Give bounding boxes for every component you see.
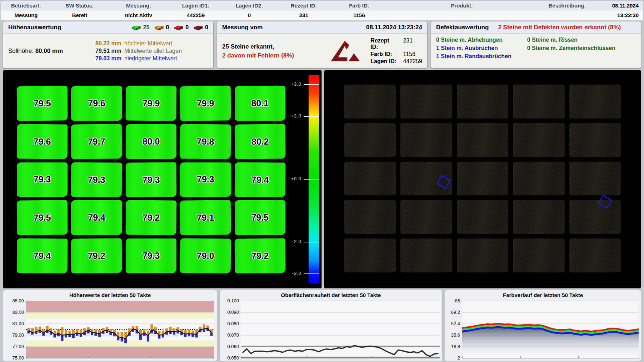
stone-height-tile: 79.1 [180,200,231,235]
brick-count-item: 0 [194,24,208,31]
chart-oberflaechenrauheit-title: Oberflächenrauheit der letzten 50 Takte [220,290,442,299]
stone-photo-tile [344,85,396,119]
stat-avg-row: 79.51 mm Mittelwerte aller Lagen [89,48,208,54]
stones-with-errors-text: 2 davon mit Fehlern (8%) [222,51,325,60]
stone-count-summary: 25 Steine erkannt, 2 davon mit Fehlern (… [222,42,325,60]
svg-text:0.050: 0.050 [227,355,239,361]
svg-text:81.00: 81.00 [12,321,24,326]
stone-height-tile: 80.0 [126,124,176,159]
trend-charts-row: Höhenwerte der letzten 50 Takte 85.0083.… [3,290,641,361]
messung-panel-header: Messung vom 08.11.2024 13:23:24 [217,21,427,34]
stone-height-tile: 79.7 [71,124,122,159]
brick-count-item: 0 [154,24,169,31]
stone-photo-tile [569,200,621,234]
svg-text:69.2: 69.2 [451,310,460,315]
defekt-panel-body: 0 Steine m. Abhebungen1 Stein m. Ausbrüc… [431,34,641,68]
defekt-panel-title: Defektauswertung [436,24,489,31]
brick-icon [154,25,164,31]
panel-hoehenauswertung: Höhenauswertung 25000 Sollhöhe: 80.00 mm… [3,21,214,69]
brick-count: 0 [166,24,169,31]
defekt-item: 0 Steine m. Zementeinschlüssen [527,45,615,51]
topbar-label: Lagen ID2: [223,2,276,9]
defekt-item: 1 Stein m. Randausbrüchen [436,53,511,60]
stone-height-tile: 80.1 [235,86,285,121]
sollhoehe-label: Sollhöhe: [8,47,34,55]
stone-photo-tile [344,238,396,272]
brick-icon [174,25,184,31]
stone-photo-tile [400,85,452,119]
stone-height-tile: 79.2 [71,238,122,273]
stone-photo-tile [513,85,564,119]
stones-detected-text: 25 Steine erkannt, [222,42,325,51]
stone-height-tile: 79.2 [125,200,176,235]
svg-text:0.080: 0.080 [227,321,239,326]
stone-photo-tile [457,200,508,234]
camera-photo-view [324,70,641,288]
stone-photo-tile [513,238,564,272]
height-map-stone-grid: 79.579.679.979.980.179.679.780.079.880.2… [17,86,285,273]
camera-stone-grid [344,85,621,272]
svg-text:52.4: 52.4 [451,321,460,326]
top-info-bar: Betriebsart:SW Status:Messung:Lagen ID1:… [1,1,643,20]
svg-text:35.6: 35.6 [451,332,460,338]
svg-text:0.070: 0.070 [227,332,239,338]
stone-height-tile: 79.5 [235,200,285,235]
stat-min-row: 79.03 mm niedrigster Mittelwert [89,55,208,62]
chart-hoehenwerte-title: Höhenwerte der letzten 50 Takte [3,290,217,299]
defekt-list-left: 0 Steine m. Abhebungen1 Stein m. Ausbrüc… [436,37,511,66]
topbar-label: Betriebsart: [1,2,51,9]
farb-id-label: Farb ID: [370,51,398,57]
topbar-label: Lagen ID1: [169,2,223,9]
top-info-values-row: MessungBereitnicht Aktiv4422590231115613… [1,10,643,20]
svg-text:0.100: 0.100 [227,299,239,303]
hoehe-panel-header: Höhenauswertung 25000 [3,21,213,34]
stone-photo-tile [569,238,621,272]
color-scale-tick-label: +2.0 [291,113,301,119]
messung-timestamp: 08.11.2024 13:23:24 [366,24,422,31]
svg-text:79.00: 79.00 [12,332,24,338]
chart-farbverlauf: Farbverlauf der letzten 50 Takte 8669.25… [445,290,641,361]
stone-photo-tile [569,123,621,157]
stone-height-tile: 79.6 [17,124,68,159]
svg-text:77.00: 77.00 [12,344,24,349]
defekt-item: 1 Stein m. Ausbrüchen [436,45,511,51]
stone-height-tile: 79.3 [71,162,122,197]
defekt-item: 0 Steine m. Rissen [527,37,615,43]
stone-height-tile: 79.3 [126,238,176,273]
stat-min-label: niedrigster Mittelwert [124,55,177,62]
measurement-ids: Rezept ID: 231 Farb ID: 1156 Lagen ID: 4… [370,37,422,65]
stone-photo-tile [457,123,508,157]
sollhoehe: Sollhöhe: 80.00 mm [8,36,89,66]
stone-height-tile: 79.9 [180,86,231,121]
stone-photo-tile [457,238,508,272]
vendor-logo [325,39,364,63]
defekt-summary: 2 Steine mit Defekten wurden erkannt (8%… [498,24,621,31]
svg-text:2: 2 [458,355,460,361]
stone-photo-tile [344,200,396,234]
height-statistics: 80.22 mm höchster Mittelwert 79.51 mm Mi… [89,36,208,66]
chart-farbverlauf-title: Farbverlauf der letzten 50 Takte [445,290,641,299]
chart-hoehenwerte-plot: 85.0083.0081.0079.0077.0075.00 [3,299,217,361]
stone-height-tile: 79.5 [17,86,68,121]
stone-height-tile: 80.2 [234,124,285,159]
topbar-value: 442259 [169,12,223,18]
chart-hoehenwerte: Höhenwerte der letzten 50 Takte 85.0083.… [3,290,217,361]
topbar-value: nicht Aktiv [108,12,169,18]
vendor-logo-icon [328,39,361,63]
stone-photo-tile [513,123,564,157]
rezept-id-value: 231 [403,37,422,50]
topbar-label: Messung: [108,2,169,9]
topbar-label: SW Status: [51,2,108,9]
defekt-panel-header: Defektauswertung 2 Steine mit Defekten w… [431,21,641,34]
stone-photo-tile [457,162,508,196]
svg-text:86: 86 [455,299,460,303]
stone-height-tile: 79.4 [234,162,285,197]
color-scale-tick-line [304,273,319,274]
topbar-value: Bereit [51,12,108,18]
defekt-list-right: 0 Steine m. Rissen0 Steine m. Zementeins… [527,37,615,66]
stone-height-tile: 79.5 [17,200,68,235]
topbar-value: 0 [223,12,276,18]
color-scale-tick-label: +3.0 [291,81,301,87]
color-scale-tick-line [304,84,319,85]
hmi-screen: Betriebsart:SW Status:Messung:Lagen ID1:… [0,0,644,362]
